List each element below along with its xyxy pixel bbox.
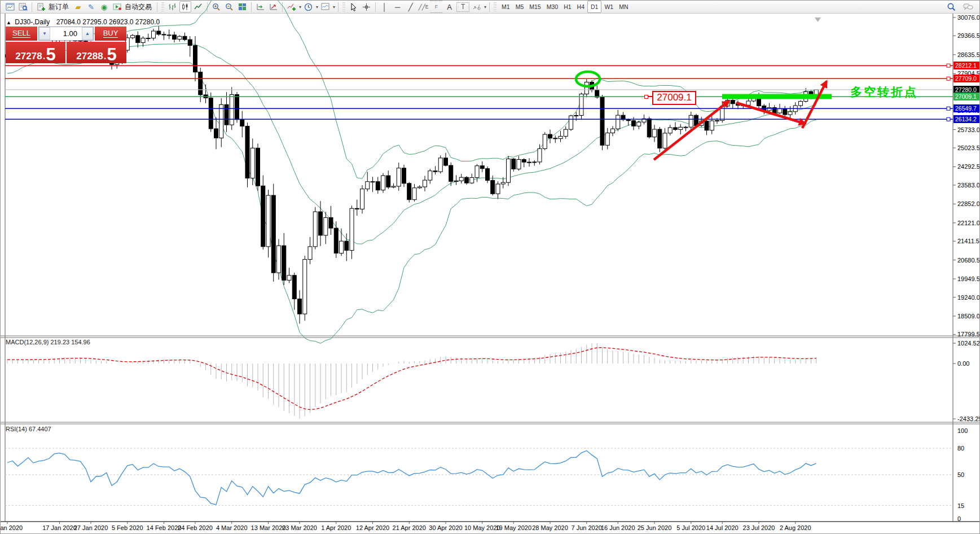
svg-text:27 Jan 2020: 27 Jan 2020 xyxy=(74,524,108,531)
svg-text:1024.52: 1024.52 xyxy=(957,340,980,347)
buy-label: BUY xyxy=(103,29,118,38)
volume-increase-button[interactable]: ▲ xyxy=(82,27,93,40)
svg-text:22852.0: 22852.0 xyxy=(957,200,980,207)
svg-text:19240.0: 19240.0 xyxy=(957,294,980,301)
sell-price-frac: 5 xyxy=(46,47,55,62)
volume-decrease-button[interactable]: ▼ xyxy=(39,27,50,40)
svg-text:15: 15 xyxy=(957,502,964,509)
trading-terminal-window: 新订单 ▰ ✎ ◉ 自动交易 ▾ ▾ xyxy=(0,0,980,534)
volume-stepper: ▼ 1.00 ▲ xyxy=(38,27,94,41)
analysis-objects[interactable] xyxy=(576,72,832,160)
level-price-badge: 28212.1 xyxy=(953,62,980,69)
svg-text:24292.5: 24292.5 xyxy=(957,163,980,170)
turning-point-annotation[interactable]: 多空转折点 xyxy=(850,84,918,100)
sell-price-int: 27278 xyxy=(15,51,42,62)
svg-text:25733.0: 25733.0 xyxy=(957,126,980,133)
rsi-levels xyxy=(5,448,953,505)
svg-text:28 May 2020: 28 May 2020 xyxy=(532,524,568,531)
price-callout-anchor[interactable] xyxy=(644,95,648,99)
svg-text:7 Jun 2020: 7 Jun 2020 xyxy=(572,524,602,531)
rsi-line xyxy=(7,450,816,505)
chart-symbol: DJ30-,Daily xyxy=(15,18,50,26)
svg-text:10 May 2020: 10 May 2020 xyxy=(464,524,500,531)
sell-price-dot: . xyxy=(43,51,46,62)
svg-text:25023.5: 25023.5 xyxy=(957,145,980,151)
svg-text:30 Apr 2020: 30 Apr 2020 xyxy=(429,524,462,531)
svg-text:16 Jun 2020: 16 Jun 2020 xyxy=(601,524,635,531)
svg-text:100: 100 xyxy=(957,427,968,434)
svg-text:2 Aug 2020: 2 Aug 2020 xyxy=(780,524,811,531)
rsi-indicator-label: RSI(14) 67.4407 xyxy=(6,426,51,432)
svg-text:50: 50 xyxy=(957,471,964,478)
svg-text:24 Feb 2020: 24 Feb 2020 xyxy=(178,524,213,531)
buy-price-frac: 5 xyxy=(107,47,116,62)
svg-text:13 Mar 2020: 13 Mar 2020 xyxy=(251,524,286,531)
volume-input[interactable]: 1.00 xyxy=(50,27,82,40)
svg-text:3 Jan 2020: 3 Jan 2020 xyxy=(1,524,23,531)
svg-text:22121.0: 22121.0 xyxy=(957,220,980,226)
svg-text:28635.5: 28635.5 xyxy=(957,51,980,58)
sell-button[interactable]: SELL xyxy=(6,27,37,41)
svg-text:1 Apr 2020: 1 Apr 2020 xyxy=(321,524,351,531)
buy-price-int: 27288 xyxy=(76,51,103,62)
bollinger-bands xyxy=(7,1,816,343)
svg-text:21411.5: 21411.5 xyxy=(957,238,979,244)
svg-text:23 Jul 2020: 23 Jul 2020 xyxy=(743,524,775,531)
candlestick-series xyxy=(6,26,819,323)
rsi-axis: 1008050150 xyxy=(957,427,968,522)
svg-text:23583.0: 23583.0 xyxy=(957,182,980,189)
svg-text:-2433.25: -2433.25 xyxy=(957,415,980,422)
svg-text:4 Mar 2020: 4 Mar 2020 xyxy=(216,524,248,531)
chart-shift-marker[interactable] xyxy=(815,17,821,22)
macd-signal-line xyxy=(7,348,816,410)
one-click-trading-panel: SELL ▼ 1.00 ▲ BUY 27278.5 27288.5 xyxy=(6,27,126,63)
svg-text:0.00: 0.00 xyxy=(957,360,969,367)
svg-text:23 Mar 2020: 23 Mar 2020 xyxy=(282,524,317,531)
svg-text:17 Jan 2020: 17 Jan 2020 xyxy=(42,524,77,531)
price-callout-label[interactable]: 27009.1 xyxy=(652,91,696,105)
svg-text:19949.5: 19949.5 xyxy=(957,275,980,282)
level-price-badge: 26549.7 xyxy=(953,104,980,112)
svg-text:25 Jun 2020: 25 Jun 2020 xyxy=(638,524,672,531)
svg-text:12 Apr 2020: 12 Apr 2020 xyxy=(356,524,389,531)
chart-title: ▲ DJ30-,Daily 27084.0 27295.0 26923.0 27… xyxy=(6,18,160,26)
svg-text:30076.0: 30076.0 xyxy=(957,14,980,21)
collapse-panel-icon[interactable]: ▲ xyxy=(6,20,11,25)
svg-text:0: 0 xyxy=(957,515,961,522)
svg-text:5 Feb 2020: 5 Feb 2020 xyxy=(112,524,143,531)
svg-text:20680.5: 20680.5 xyxy=(957,257,980,264)
svg-text:14 Feb 2020: 14 Feb 2020 xyxy=(147,524,182,531)
level-price-badge: 27709.0 xyxy=(953,75,980,82)
svg-text:18509.0: 18509.0 xyxy=(957,313,980,319)
level-price-badge: 27009.1 xyxy=(953,93,980,100)
svg-text:17799.5: 17799.5 xyxy=(957,331,980,338)
buy-price-dot: . xyxy=(104,51,107,62)
chart-canvas[interactable]: 30076.029366.528635.527904.527173.526464… xyxy=(1,1,980,534)
date-axis: 3 Jan 202017 Jan 202027 Jan 20205 Feb 20… xyxy=(1,522,811,531)
svg-text:14 Jul 2020: 14 Jul 2020 xyxy=(706,524,739,531)
svg-text:19 May 2020: 19 May 2020 xyxy=(495,524,531,531)
macd-axis: 1024.520.00-2433.25 xyxy=(953,340,980,422)
macd-histogram xyxy=(7,343,816,419)
svg-text:5 Jul 2020: 5 Jul 2020 xyxy=(676,524,705,531)
svg-text:29366.5: 29366.5 xyxy=(957,32,980,39)
svg-text:21 Apr 2020: 21 Apr 2020 xyxy=(393,524,426,531)
chart-ohlc: 27084.0 27295.0 26923.0 27280.0 xyxy=(56,18,160,26)
buy-button[interactable]: BUY xyxy=(95,27,126,41)
sell-price[interactable]: 27278.5 xyxy=(6,42,65,63)
svg-text:80: 80 xyxy=(957,445,964,452)
level-price-badge: 26134.2 xyxy=(953,115,980,123)
buy-price[interactable]: 27288.5 xyxy=(67,42,126,63)
sell-label: SELL xyxy=(12,29,30,38)
macd-indicator-label: MACD(12,26,9) 219.23 154.96 xyxy=(6,339,90,345)
